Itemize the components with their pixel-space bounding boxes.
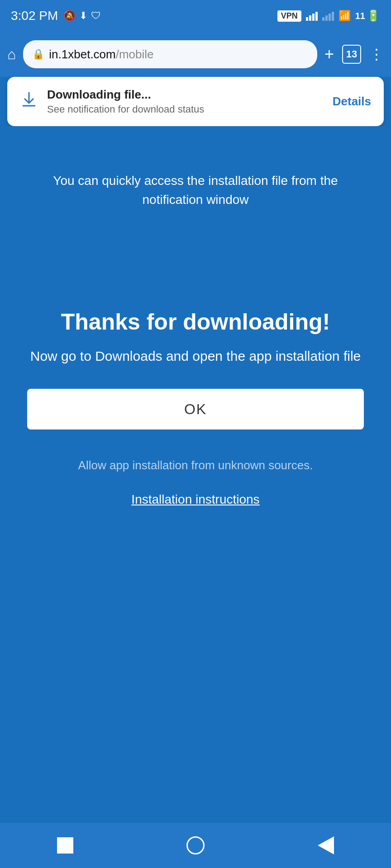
- battery-level: 11: [355, 11, 365, 21]
- battery-container: 11 🔋: [355, 9, 380, 22]
- status-icons: 🔕 ⬇ 🛡: [63, 10, 101, 22]
- bottom-navigation: [0, 823, 391, 868]
- main-content: You can quickly access the installation …: [0, 126, 391, 823]
- browser-actions: + 13 ⋮: [324, 45, 384, 64]
- stop-icon: [57, 837, 73, 854]
- installation-instructions-link[interactable]: Installation instructions: [131, 492, 259, 507]
- thanks-section: Thanks for downloading! Now go to Downlo…: [27, 309, 364, 507]
- download-notification: Downloading file... See notification for…: [7, 77, 384, 126]
- stop-button[interactable]: [47, 827, 83, 863]
- signal-bar-1: [306, 17, 308, 21]
- battery-icon: 🔋: [367, 9, 380, 22]
- signal-bars-primary: [306, 11, 318, 21]
- signal-bar-4: [315, 12, 318, 21]
- download-icon: [20, 90, 38, 113]
- download-text-container: Downloading file... See notification for…: [47, 88, 324, 115]
- thanks-title: Thanks for downloading!: [61, 309, 330, 335]
- alarm-off-icon: 🔕: [63, 10, 76, 22]
- wifi-icon: 📶: [339, 10, 351, 22]
- signal-bar-3: [312, 14, 315, 21]
- lock-icon: 🔒: [32, 48, 44, 60]
- signal-bars-secondary: [322, 11, 334, 21]
- tab-count-button[interactable]: 13: [342, 45, 361, 64]
- download-title: Downloading file...: [47, 88, 324, 102]
- browser-home-button[interactable]: ⌂: [7, 46, 16, 63]
- thanks-subtitle: Now go to Downloads and open the app ins…: [30, 346, 361, 366]
- browser-menu-button[interactable]: ⋮: [369, 46, 384, 63]
- notification-hint: You can quickly access the installation …: [27, 171, 364, 209]
- signal-bar-2: [309, 15, 311, 21]
- allow-unknown-sources-text: Allow app installation from unknown sour…: [78, 457, 313, 474]
- address-domain: in.1xbet.com: [49, 47, 115, 61]
- signal-bar-dim-2: [325, 15, 328, 21]
- ok-button[interactable]: OK: [27, 389, 364, 429]
- home-circle-icon: [186, 836, 205, 854]
- signal-bar-dim-3: [329, 14, 331, 21]
- browser-bar: ⌂ 🔒 in.1xbet.com/mobile + 13 ⋮: [0, 32, 391, 77]
- status-bar: 3:02 PM 🔕 ⬇ 🛡 VPN 📶 11 🔋: [0, 0, 391, 32]
- back-icon: [318, 836, 334, 854]
- address-path: /mobile: [116, 47, 154, 61]
- address-text: in.1xbet.com/mobile: [49, 47, 153, 61]
- shield-icon: 🛡: [91, 10, 101, 22]
- download-subtitle: See notification for download status: [47, 104, 324, 115]
- signal-bar-dim-1: [322, 17, 324, 21]
- add-tab-button[interactable]: +: [324, 45, 334, 64]
- status-time: 3:02 PM: [11, 9, 58, 23]
- back-button[interactable]: [308, 827, 344, 863]
- status-left: 3:02 PM 🔕 ⬇ 🛡: [11, 9, 101, 23]
- signal-bar-dim-4: [332, 12, 334, 21]
- address-bar[interactable]: 🔒 in.1xbet.com/mobile: [23, 40, 317, 68]
- home-circle-button[interactable]: [177, 827, 214, 863]
- vpn-badge: VPN: [277, 10, 301, 22]
- details-button[interactable]: Details: [333, 94, 371, 108]
- status-right: VPN 📶 11 🔋: [277, 9, 380, 22]
- download-indicator-icon: ⬇: [79, 10, 87, 22]
